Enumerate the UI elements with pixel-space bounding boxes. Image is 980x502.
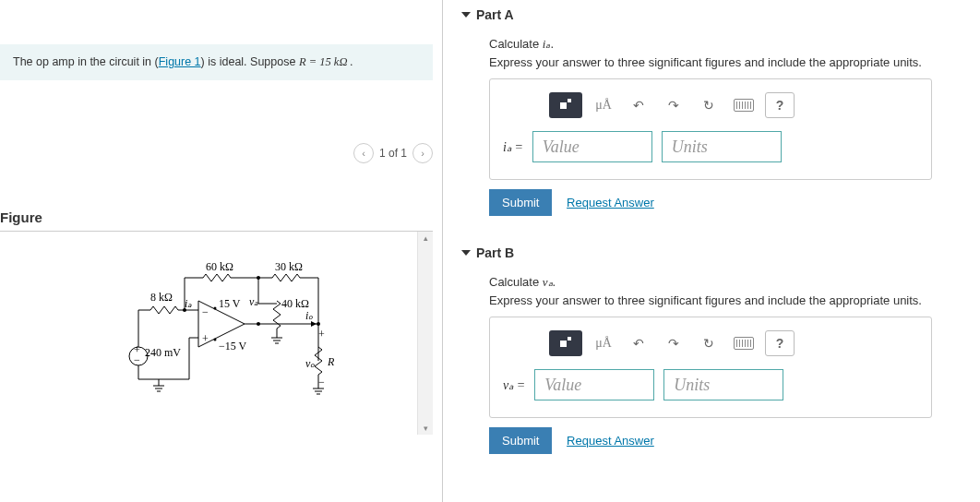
scroll-down-icon: ▾ — [418, 422, 433, 435]
svg-text:60 kΩ: 60 kΩ — [206, 260, 233, 273]
svg-text:15 V: 15 V — [219, 297, 241, 310]
reset-button[interactable]: ↻ — [695, 92, 723, 118]
part-a-lhs: iₐ = — [503, 139, 523, 155]
figure-scrollbar[interactable]: ▴ ▾ — [417, 232, 433, 435]
svg-text:+: + — [202, 332, 209, 345]
part-b-lhs: vₐ = — [503, 377, 525, 393]
keyboard-icon — [734, 337, 754, 350]
part-a-prompt: Calculate iₐ. — [489, 37, 980, 52]
problem-text-prefix: The op amp in the circuit in ( — [13, 55, 159, 68]
part-b-value-input[interactable]: Value — [534, 369, 654, 400]
units-tool-button[interactable]: μÅ — [590, 330, 617, 356]
redo-button[interactable]: ↷ — [660, 92, 687, 118]
svg-point-15 — [213, 307, 216, 310]
circuit-figure: 60 kΩ 30 kΩ 8 kΩ iₐ − + — [0, 232, 433, 435]
part-a-title: Part A — [476, 7, 514, 22]
keyboard-button[interactable] — [730, 92, 758, 118]
keyboard-button[interactable] — [730, 330, 758, 356]
svg-text:+: + — [318, 328, 325, 341]
svg-text:−: − — [318, 376, 325, 388]
svg-point-54 — [257, 276, 260, 280]
svg-point-55 — [317, 322, 320, 326]
part-b-units-input[interactable]: Units — [663, 369, 783, 400]
svg-text:vₐ: vₐ — [249, 295, 258, 308]
figure-nav-text: 1 of 1 — [379, 147, 407, 160]
part-b-title: Part B — [476, 245, 514, 260]
svg-text:30 kΩ: 30 kΩ — [275, 260, 303, 273]
undo-button[interactable]: ↶ — [625, 330, 652, 356]
svg-text:−15 V: −15 V — [219, 340, 247, 353]
collapse-icon — [461, 250, 471, 256]
svg-text:iₐ: iₐ — [185, 297, 192, 310]
part-b-header[interactable]: Part B — [461, 238, 980, 268]
part-a-units-input[interactable]: Units — [662, 131, 782, 162]
svg-point-53 — [183, 308, 186, 312]
figure-link[interactable]: Figure 1 — [159, 55, 201, 68]
part-b-instruction: Express your answer to three significant… — [489, 293, 980, 307]
help-button[interactable]: ? — [765, 330, 795, 356]
part-a-value-input[interactable]: Value — [532, 131, 652, 162]
part-b-request-answer-link[interactable]: Request Answer — [567, 434, 654, 448]
figure-prev-button[interactable]: ‹ — [353, 143, 374, 163]
figure-label: Figure — [0, 209, 42, 225]
templates-button[interactable] — [549, 92, 582, 118]
figure-next-button[interactable]: › — [412, 143, 433, 163]
part-a-request-answer-link[interactable]: Request Answer — [567, 196, 654, 209]
svg-text:iₒ: iₒ — [305, 309, 313, 322]
problem-statement: The op amp in the circuit in (Figure 1) … — [0, 44, 433, 80]
part-b-answer-box: μÅ ↶ ↷ ↻ ? vₐ = Value Units — [489, 317, 932, 418]
redo-button[interactable]: ↷ — [660, 330, 687, 356]
collapse-icon — [461, 12, 471, 18]
part-a-submit-button[interactable]: Submit — [489, 189, 552, 216]
part-b-submit-button[interactable]: Submit — [489, 427, 552, 454]
svg-text:240 mV: 240 mV — [145, 346, 181, 359]
templates-button[interactable] — [549, 330, 582, 356]
keyboard-icon — [734, 99, 754, 112]
problem-equation: R = 15 kΩ . — [299, 55, 353, 68]
svg-point-17 — [213, 339, 216, 341]
part-a-answer-box: μÅ ↶ ↷ ↻ ? iₐ = Value Units — [489, 78, 932, 180]
problem-text-suffix: ) is ideal. Suppose — [201, 55, 299, 68]
svg-text:R: R — [327, 355, 335, 368]
units-tool-button[interactable]: μÅ — [590, 92, 617, 118]
part-a-instruction: Express your answer to three significant… — [489, 55, 980, 69]
help-button[interactable]: ? — [765, 92, 795, 118]
undo-button[interactable]: ↶ — [625, 92, 652, 118]
svg-text:vₒ: vₒ — [305, 357, 315, 370]
scroll-up-icon: ▴ — [418, 232, 433, 245]
reset-button[interactable]: ↻ — [695, 330, 723, 356]
svg-text:−: − — [134, 353, 140, 366]
svg-text:40 kΩ: 40 kΩ — [281, 297, 309, 310]
svg-text:8 kΩ: 8 kΩ — [150, 291, 173, 304]
part-a-header[interactable]: Part A — [461, 0, 980, 30]
svg-text:−: − — [202, 305, 209, 318]
part-b-prompt: Calculate vₐ. — [489, 275, 980, 290]
